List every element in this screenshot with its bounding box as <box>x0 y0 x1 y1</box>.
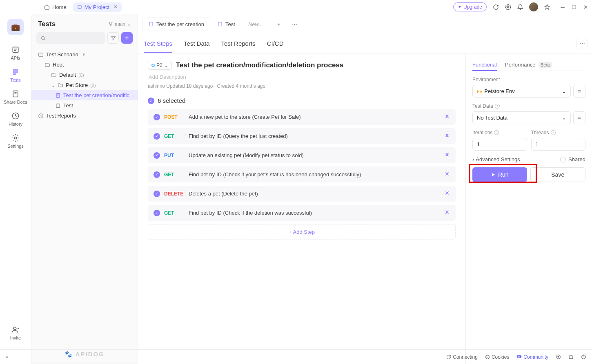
nav-apis[interactable]: APIs <box>11 46 20 60</box>
history-icon <box>11 112 20 120</box>
branch-selector[interactable]: main ⌄ <box>108 21 131 27</box>
step-action-icon[interactable] <box>444 133 450 140</box>
panel-tab-performance[interactable]: Performance Beta <box>505 59 552 71</box>
svg-point-11 <box>111 22 112 23</box>
upgrade-button[interactable]: ✦ Upgrade <box>453 2 487 11</box>
step-row[interactable]: ✓DELETEDeletes a pet (Delete the pet) <box>148 186 456 202</box>
data-menu-button[interactable]: ≡ <box>573 111 585 124</box>
tab-test[interactable]: Test <box>211 18 241 31</box>
collapse-button[interactable]: « <box>6 354 9 360</box>
tab-new[interactable]: New... <box>242 18 269 31</box>
step-checkbox[interactable]: ✓ <box>154 210 160 216</box>
tree-root[interactable]: Root <box>31 60 138 70</box>
tab-add-button[interactable]: + <box>273 18 285 30</box>
chevron-down-icon: ⌄ <box>562 115 566 121</box>
chevron-down-icon: ⌄ <box>127 21 131 27</box>
step-action-icon[interactable] <box>444 190 450 197</box>
tree-petstore[interactable]: ⌄ Pet Store (2) <box>31 80 138 90</box>
threads-input[interactable] <box>531 138 586 151</box>
tree-test1[interactable]: Test the pet creation/modific <box>31 90 138 100</box>
save-button[interactable]: Save <box>530 167 586 182</box>
svg-point-9 <box>13 327 16 330</box>
tab-test-creation[interactable]: Test the pet creation <box>142 18 210 31</box>
branch-icon <box>108 22 113 27</box>
info-icon: ? <box>494 130 499 135</box>
step-checkbox[interactable]: ✓ <box>154 114 160 120</box>
subtab-data[interactable]: Test Data <box>184 35 209 52</box>
step-checkbox[interactable]: ✓ <box>154 152 160 159</box>
svg-point-20 <box>485 355 489 359</box>
step-checkbox[interactable]: ✓ <box>154 133 160 140</box>
nav-settings[interactable]: Settings <box>7 134 24 149</box>
more-button[interactable]: ⋯ <box>576 38 588 49</box>
status-upload[interactable] <box>556 354 561 360</box>
shared-checkbox[interactable]: Shared <box>560 156 585 162</box>
close-icon[interactable]: ✕ <box>114 4 118 10</box>
home-tab[interactable]: Home <box>40 2 71 12</box>
step-row[interactable]: ✓PUTUpdate an existing pet (Modify pet s… <box>148 147 456 163</box>
maximize-icon[interactable]: ☐ <box>571 4 577 10</box>
search-input[interactable] <box>36 32 105 44</box>
clock-icon <box>38 113 44 119</box>
settings-icon[interactable] <box>505 4 511 10</box>
step-action-icon[interactable] <box>444 152 450 159</box>
step-action-icon[interactable] <box>444 113 450 120</box>
env-select[interactable]: PePetstore Env ⌄ <box>472 85 571 98</box>
step-row[interactable]: ✓GETFind pet by ID (Check if your pet's … <box>148 166 456 182</box>
nav-tests[interactable]: Tests <box>10 68 21 82</box>
subtab-steps[interactable]: Test Steps <box>144 35 172 53</box>
step-action-icon[interactable] <box>444 209 450 216</box>
test-icon <box>217 21 223 27</box>
advanced-settings-toggle[interactable]: › Advanced Settings <box>472 156 520 162</box>
filter-button[interactable] <box>107 32 119 44</box>
step-name: Find pet by ID (Check if your pet's stat… <box>189 171 361 178</box>
close-window-icon[interactable]: ✕ <box>582 4 589 10</box>
add-step-button[interactable]: + Add Step <box>148 224 456 240</box>
sidebar: Tests main ⌄ + Test Scenario ▾ <box>31 14 138 364</box>
subtab-reports[interactable]: Test Reports <box>221 35 255 52</box>
subtab-cicd[interactable]: CI/CD <box>267 35 284 52</box>
step-checkbox[interactable]: ✓ <box>154 191 160 197</box>
pin-icon[interactable] <box>544 4 550 10</box>
bell-icon[interactable] <box>517 4 523 10</box>
project-tab[interactable]: My Project ✕ <box>73 2 122 12</box>
nav-history[interactable]: History <box>9 112 22 127</box>
refresh-icon[interactable] <box>492 4 499 10</box>
iterations-input[interactable] <box>472 138 527 151</box>
scenario-title[interactable]: Test the pet creation/modification/delet… <box>176 61 344 69</box>
step-name: Update an existing pet (Modify pet statu… <box>189 152 304 158</box>
step-action-icon[interactable] <box>444 171 450 178</box>
apis-icon <box>11 46 20 54</box>
step-row[interactable]: ✓GETFind pet by ID (Check if the deletio… <box>148 205 456 221</box>
status-connecting[interactable]: Connecting <box>446 354 478 360</box>
description-input[interactable]: Add Description <box>148 74 456 80</box>
step-row[interactable]: ✓POSTAdd a new pet to the store (Create … <box>148 109 456 125</box>
filter-icon <box>111 36 116 41</box>
nav-share[interactable]: Share Docs <box>4 90 27 104</box>
nav-invite[interactable]: Invite <box>10 326 21 340</box>
step-checkbox[interactable]: ✓ <box>154 171 160 178</box>
tree-scenario[interactable]: Test Scenario ▾ <box>31 49 138 60</box>
status-community[interactable]: Community <box>516 354 548 360</box>
run-button[interactable]: Run <box>472 167 527 182</box>
tree-reports[interactable]: Test Reports <box>31 111 138 121</box>
panel-tab-functional[interactable]: Functional <box>472 59 497 71</box>
status-cookies[interactable]: Cookies <box>485 354 509 360</box>
status-help[interactable] <box>581 354 586 360</box>
status-gift[interactable] <box>568 354 574 360</box>
tree-test2[interactable]: Test <box>31 100 138 111</box>
data-select[interactable]: No Test Data ⌄ <box>472 111 571 124</box>
priority-selector[interactable]: P2 ⌄ <box>148 61 172 70</box>
tree-default[interactable]: Default (0) <box>31 70 138 80</box>
env-menu-button[interactable]: ≡ <box>573 85 585 98</box>
minimize-icon[interactable]: ─ <box>559 4 566 10</box>
select-all-checkbox[interactable]: ✓ <box>148 98 154 104</box>
step-row[interactable]: ✓GETFind pet by ID (Query the pet just c… <box>148 128 456 144</box>
method-badge: GET <box>164 172 185 178</box>
chevron-down-icon: ⌄ <box>51 82 55 88</box>
avatar[interactable] <box>529 2 538 11</box>
tab-more-button[interactable]: ⋯ <box>289 18 300 30</box>
app-logo[interactable]: 💼 <box>7 19 24 35</box>
add-button[interactable]: + <box>121 32 133 44</box>
share-icon <box>11 90 20 98</box>
